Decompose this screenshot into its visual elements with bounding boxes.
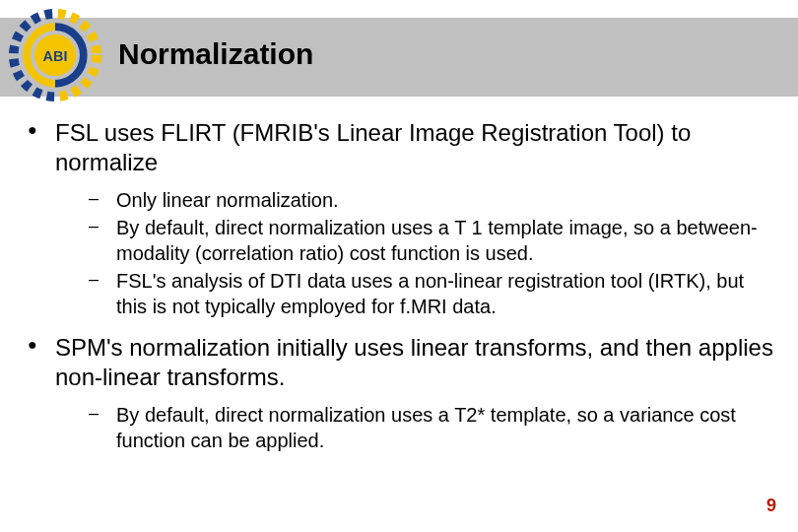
sub-bullet-item: Only linear normalization. — [89, 187, 776, 213]
logo-text: ABI — [43, 48, 68, 64]
bullet-text: SPM's normalization initially uses linea… — [55, 334, 773, 390]
sub-bullet-text: By default, direct normalization uses a … — [116, 217, 758, 264]
abi-logo: ABI — [8, 8, 102, 102]
bullet-item: SPM's normalization initially uses linea… — [28, 333, 776, 453]
slide-title: Normalization — [118, 37, 313, 71]
page-number: 9 — [766, 496, 776, 516]
sub-bullet-text: By default, direct normalization uses a … — [116, 404, 736, 451]
slide-content: FSL uses FLIRT (FMRIB's Linear Image Reg… — [28, 118, 776, 467]
sub-bullet-text: Only linear normalization. — [116, 189, 339, 211]
sub-bullet-item: FSL's analysis of DTI data uses a non-li… — [89, 268, 776, 319]
bullet-text: FSL uses FLIRT (FMRIB's Linear Image Reg… — [55, 119, 691, 175]
sub-bullet-text: FSL's analysis of DTI data uses a non-li… — [116, 270, 744, 317]
bullet-item: FSL uses FLIRT (FMRIB's Linear Image Reg… — [28, 118, 776, 319]
sub-bullet-item: By default, direct normalization uses a … — [89, 215, 776, 266]
sub-bullet-item: By default, direct normalization uses a … — [89, 402, 776, 453]
